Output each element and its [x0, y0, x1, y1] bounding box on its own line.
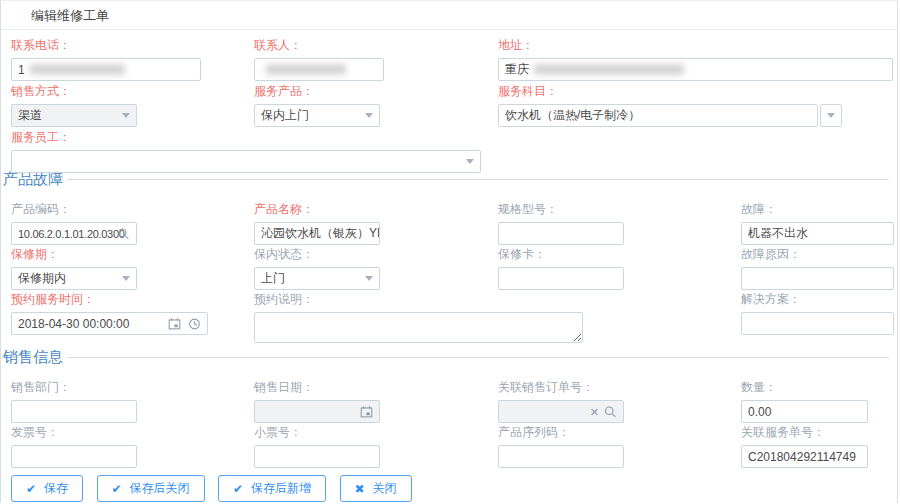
- save-button[interactable]: ✔ 保存: [11, 475, 83, 502]
- receipt-no-input[interactable]: [254, 445, 380, 468]
- save-and-new-button-label: 保存后新增: [251, 480, 311, 497]
- chevron-down-icon: [827, 113, 835, 118]
- clear-icon[interactable]: ✕: [590, 406, 599, 417]
- product-serial-label: 产品序列码：: [498, 424, 624, 441]
- sales-dept-field: 销售部门：: [11, 372, 137, 423]
- close-icon: ✖: [355, 483, 365, 495]
- service-staff-select[interactable]: [11, 150, 481, 173]
- product-code-label: 产品编码：: [11, 201, 137, 218]
- close-button[interactable]: ✖ 关闭: [340, 475, 412, 502]
- check-icon: ✔: [112, 483, 122, 495]
- section-divider: [67, 179, 889, 180]
- clock-icon[interactable]: [188, 317, 201, 330]
- quantity-field: 数量： 0.00: [741, 372, 868, 423]
- save-and-close-button[interactable]: ✔ 保存后关闭: [97, 475, 205, 502]
- appointment-note-textarea[interactable]: [254, 312, 583, 343]
- form-row: 发票号： 小票号： 产品序列码： 关联服务单号： C20180429211474…: [1, 417, 897, 462]
- form-row: 联系电话： 1 联系人： 地址： 重庆: [1, 30, 897, 76]
- related-service-no-value: C201804292114749: [748, 450, 856, 464]
- phone-value: 1: [18, 63, 25, 77]
- sales-dept-label: 销售部门：: [11, 379, 137, 396]
- service-subject-field: 服务科目： 饮水机（温热/电子制冷）: [498, 76, 842, 127]
- sales-method-label: 销售方式：: [11, 83, 137, 100]
- sales-method-field: 销售方式： 渠道: [11, 76, 137, 127]
- section-divider: [67, 357, 889, 358]
- warranty-status-field: 保内状态： 上门: [254, 239, 380, 290]
- phone-field: 联系电话： 1: [11, 30, 201, 81]
- related-service-no-input[interactable]: C201804292114749: [741, 445, 868, 468]
- appointment-time-value: 2018-04-30 00:00:00: [18, 317, 129, 331]
- warranty-status-label: 保内状态：: [254, 246, 380, 263]
- related-sales-order-field: 关联销售订单号： ✕: [498, 372, 624, 423]
- product-code-field: 产品编码： 10.06.2.0.1.01.20.0300: [11, 194, 137, 245]
- invoice-no-input[interactable]: [11, 445, 137, 468]
- chevron-down-icon: [122, 113, 130, 118]
- chevron-down-icon: [466, 159, 474, 164]
- solution-field: 解决方案：: [741, 284, 894, 335]
- product-name-label: 产品名称：: [254, 201, 380, 218]
- invoice-no-label: 发票号：: [11, 424, 137, 441]
- quantity-label: 数量：: [741, 379, 868, 396]
- redacted-contact-value: [266, 64, 346, 75]
- save-and-close-button-label: 保存后关闭: [130, 480, 190, 497]
- close-button-label: 关闭: [373, 480, 397, 497]
- form-row: 销售部门： 销售日期： 关联销售订单号： ✕: [1, 372, 897, 417]
- save-button-label: 保存: [44, 480, 68, 497]
- form-row: 服务员工：: [1, 122, 897, 164]
- spec-model-field: 规格型号：: [498, 194, 624, 245]
- workorder-form: 联系电话： 1 联系人： 地址： 重庆: [1, 30, 897, 502]
- form-row: 保修期： 保修期内 保内状态： 上门 保修卡： 故障原因：: [1, 239, 897, 284]
- edit-repair-workorder-panel: 编辑维修工单 联系电话： 1 联系人： 地址： 重庆: [0, 0, 898, 503]
- product-serial-input[interactable]: [498, 445, 624, 468]
- service-product-field: 服务产品： 保内上门: [254, 76, 380, 127]
- fault-field: 故障： 机器不出水: [741, 194, 894, 245]
- warranty-card-label: 保修卡：: [498, 246, 624, 263]
- form-row: 预约服务时间： 2018-04-30 00:00:00 预约说明： 解决方案：: [1, 284, 897, 342]
- sales-date-label: 销售日期：: [254, 379, 380, 396]
- save-and-new-button[interactable]: ✔ 保存后新增: [218, 475, 326, 502]
- spec-model-label: 规格型号：: [498, 201, 624, 218]
- contact-label: 联系人：: [254, 37, 384, 54]
- receipt-no-field: 小票号：: [254, 417, 380, 468]
- redacted-phone-value: [30, 64, 125, 75]
- calendar-icon[interactable]: [168, 317, 181, 330]
- appointment-time-input[interactable]: 2018-04-30 00:00:00: [11, 312, 208, 335]
- page-title: 编辑维修工单: [1, 1, 897, 30]
- fault-reason-field: 故障原因：: [741, 239, 894, 290]
- solution-label: 解决方案：: [741, 291, 894, 308]
- service-staff-label: 服务员工：: [11, 129, 481, 146]
- appointment-note-field: 预约说明：: [254, 284, 583, 347]
- sales-date-field: 销售日期：: [254, 372, 380, 423]
- contact-field: 联系人：: [254, 30, 384, 81]
- appointment-time-label: 预约服务时间：: [11, 291, 208, 308]
- warranty-period-field: 保修期： 保修期内: [11, 239, 137, 290]
- address-label: 地址：: [498, 37, 893, 54]
- product-serial-field: 产品序列码：: [498, 417, 624, 468]
- section-title: 销售信息: [3, 348, 63, 367]
- form-row: 销售方式： 渠道 服务产品： 保内上门 服务科目： 饮水机（温热/电子制冷）: [1, 76, 897, 122]
- related-service-no-label: 关联服务单号：: [741, 424, 868, 441]
- related-service-no-field: 关联服务单号： C201804292114749: [741, 417, 868, 468]
- product-code-value: 10.06.2.0.1.01.20.0300: [18, 228, 125, 240]
- address-field: 地址： 重庆: [498, 30, 893, 81]
- redacted-address-value: [534, 64, 684, 75]
- service-staff-field: 服务员工：: [11, 122, 481, 173]
- appointment-note-label: 预约说明：: [254, 291, 583, 308]
- service-product-label: 服务产品：: [254, 83, 380, 100]
- warranty-period-label: 保修期：: [11, 246, 137, 263]
- phone-label: 联系电话：: [11, 37, 201, 54]
- appointment-time-field: 预约服务时间： 2018-04-30 00:00:00: [11, 284, 208, 335]
- solution-input[interactable]: [741, 312, 894, 335]
- chevron-down-icon: [122, 276, 130, 281]
- button-row: ✔ 保存 ✔ 保存后关闭 ✔ 保存后新增 ✖ 关闭: [1, 462, 897, 502]
- product-name-field: 产品名称： 沁园饮水机（银灰）YLR1: [254, 194, 380, 245]
- warranty-card-field: 保修卡：: [498, 239, 624, 290]
- check-icon: ✔: [26, 483, 36, 495]
- chevron-down-icon: [365, 276, 373, 281]
- receipt-no-label: 小票号：: [254, 424, 380, 441]
- fault-reason-label: 故障原因：: [741, 246, 894, 263]
- invoice-no-field: 发票号：: [11, 417, 137, 468]
- related-sales-order-label: 关联销售订单号：: [498, 379, 624, 396]
- service-subject-label: 服务科目：: [498, 83, 842, 100]
- form-row: 产品编码： 10.06.2.0.1.01.20.0300 产品名称： 沁园饮水机…: [1, 194, 897, 239]
